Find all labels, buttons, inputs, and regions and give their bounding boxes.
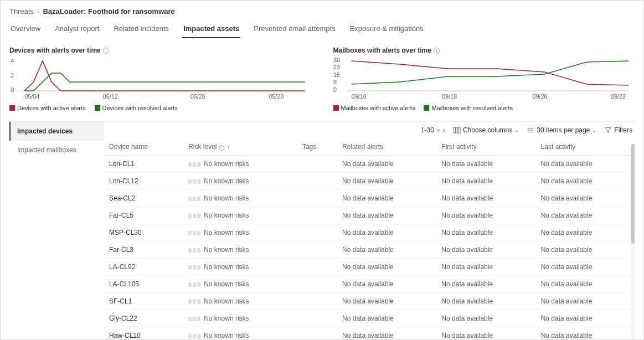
table-row[interactable]: LA-CL92No known risksNo data availableNo…	[104, 259, 635, 276]
swatch-resolved-icon	[424, 105, 429, 111]
cell-related-alerts: No data available	[337, 156, 436, 173]
table-row[interactable]: Haw-CL10No known risksNo data availableN…	[104, 327, 635, 341]
table-row[interactable]: Far-CL3No known risksNo data availableNo…	[104, 241, 635, 259]
cell-first-activity: No data available	[436, 241, 535, 259]
filters-button[interactable]: Filters	[604, 126, 632, 134]
next-page-icon[interactable]: ›	[443, 126, 445, 134]
list-icon	[527, 126, 534, 134]
cell-related-alerts: No data available	[337, 293, 436, 310]
svg-rect-18	[454, 127, 456, 133]
table-row[interactable]: Gly-CL22No known risksNo data availableN…	[104, 310, 635, 327]
items-per-page-button[interactable]: 30 items per page ⌄	[527, 126, 596, 134]
tab-overview[interactable]: Overview	[9, 21, 42, 38]
sort-asc-icon: ↑	[227, 144, 230, 150]
cell-risk-level: No known risks	[183, 241, 297, 259]
col-first-activity[interactable]: First activity	[436, 138, 535, 156]
cell-last-activity: No data available	[535, 327, 635, 341]
table-row[interactable]: Lon-CL1No known risksNo data availableNo…	[104, 156, 635, 173]
cell-related-alerts: No data available	[337, 173, 436, 190]
cell-risk-level: No known risks	[183, 156, 297, 173]
chart-mailboxes-plot: 30 23 15 8 0 09/16 09/18 09/20 09/22	[333, 56, 635, 101]
table-row[interactable]: SF-CL1No known risksNo data availableNo …	[104, 293, 635, 310]
risk-bars-icon	[188, 214, 200, 218]
info-icon[interactable]: i	[434, 48, 440, 54]
cell-tags	[297, 190, 337, 207]
svg-text:23: 23	[333, 64, 340, 70]
chart-devices-plot: 4 2 0 05/04 05/12 05/20 05/28	[9, 56, 311, 101]
cell-device-name: MSP-CL30	[104, 224, 183, 241]
svg-text:4: 4	[11, 58, 14, 64]
cell-device-name: Sea-CL2	[104, 190, 183, 207]
cell-last-activity: No data available	[535, 293, 635, 310]
svg-text:0: 0	[11, 87, 14, 93]
tab-exposure[interactable]: Exposure & mitigations	[349, 21, 425, 38]
svg-text:09/18: 09/18	[442, 94, 457, 100]
cell-related-alerts: No data available	[337, 224, 436, 241]
svg-text:09/16: 09/16	[351, 94, 366, 100]
cell-last-activity: No data available	[535, 310, 635, 327]
swatch-active-icon	[9, 105, 15, 111]
cell-tags	[297, 276, 337, 293]
choose-columns-button[interactable]: Choose columns ⌄	[453, 126, 519, 134]
col-risk-level[interactable]: Risk level i ↑	[183, 138, 297, 156]
svg-text:2: 2	[11, 73, 14, 79]
cell-tags	[297, 241, 337, 259]
cell-first-activity: No data available	[436, 224, 535, 241]
cell-first-activity: No data available	[436, 327, 535, 341]
cell-device-name: LA-CL92	[104, 259, 183, 276]
cell-last-activity: No data available	[535, 190, 635, 207]
devices-table: Device name Risk level i ↑ Tags Related …	[104, 138, 635, 340]
chart-mailboxes-title: Mailboxes with alerts over time	[333, 47, 431, 54]
svg-text:15: 15	[333, 72, 340, 78]
cell-risk-level: No known risks	[183, 259, 297, 276]
page-range: 1-30	[421, 126, 434, 134]
risk-bars-icon	[188, 179, 200, 184]
svg-rect-19	[456, 127, 458, 133]
risk-bars-icon	[188, 162, 200, 167]
info-icon[interactable]: i	[103, 48, 109, 54]
tab-prevented-email[interactable]: Prevented email attempts	[253, 21, 336, 38]
tab-analyst-report[interactable]: Analyst report	[54, 21, 100, 38]
info-icon[interactable]: i	[219, 145, 224, 151]
cell-last-activity: No data available	[535, 276, 635, 293]
svg-marker-24	[605, 128, 611, 133]
cell-tags	[297, 156, 337, 173]
side-tab-impacted-devices[interactable]: Impacted devices	[9, 122, 104, 141]
breadcrumb-parent[interactable]: Threats	[9, 7, 34, 16]
scrollbar-thumb[interactable]	[631, 144, 635, 244]
col-tags[interactable]: Tags	[297, 138, 337, 156]
col-related-alerts[interactable]: Related alerts	[337, 138, 436, 156]
cell-first-activity: No data available	[436, 276, 535, 293]
table-row[interactable]: LA-CL105No known risksNo data availableN…	[104, 276, 635, 293]
cell-first-activity: No data available	[436, 190, 535, 207]
col-device-name[interactable]: Device name	[104, 138, 183, 156]
table-row[interactable]: Sea-CL2No known risksNo data availableNo…	[104, 190, 635, 207]
prev-page-icon[interactable]: ‹	[437, 126, 440, 134]
main-tabs: Overview Analyst report Related incident…	[9, 21, 635, 39]
cell-last-activity: No data available	[535, 156, 635, 173]
cell-risk-level: No known risks	[183, 310, 297, 327]
table-row[interactable]: Far-CL5No known risksNo data availableNo…	[104, 207, 635, 224]
cell-last-activity: No data available	[535, 173, 635, 190]
cell-risk-level: No known risks	[183, 327, 297, 341]
side-tab-impacted-mailboxes[interactable]: Impacted mailboxes	[9, 141, 104, 159]
risk-bars-icon	[188, 197, 200, 201]
chevron-down-icon: ⌄	[514, 127, 519, 133]
table-row[interactable]: Lon-CL12No known risksNo data availableN…	[104, 173, 635, 190]
svg-text:09/20: 09/20	[532, 94, 547, 100]
swatch-active-icon	[333, 105, 339, 111]
legend-mailboxes-resolved: Mailboxes with resolved alerts	[424, 105, 513, 111]
swatch-resolved-icon	[95, 105, 100, 111]
svg-text:05/28: 05/28	[269, 94, 284, 100]
tab-related-incidents[interactable]: Related incidents	[112, 21, 170, 38]
tab-impacted-assets[interactable]: Impacted assets	[182, 21, 240, 38]
table-row[interactable]: MSP-CL30No known risksNo data availableN…	[104, 224, 635, 241]
cell-first-activity: No data available	[436, 173, 535, 190]
cell-device-name: SF-CL1	[104, 293, 183, 310]
breadcrumb-current: BazaLoader: Foothold for ransomware	[43, 7, 174, 16]
cell-first-activity: No data available	[436, 259, 535, 276]
col-last-activity[interactable]: Last activity	[535, 138, 635, 156]
cell-related-alerts: No data available	[337, 327, 436, 341]
cell-device-name: Far-CL5	[104, 207, 183, 224]
side-tabs: Impacted devices Impacted mailboxes	[9, 122, 104, 340]
